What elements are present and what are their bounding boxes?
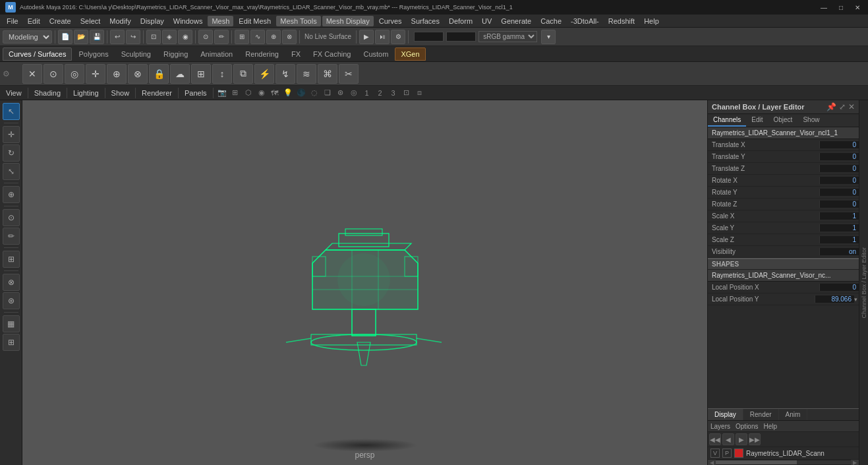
shelf-icon-14[interactable]: ≋	[297, 64, 316, 84]
shelf-settings-icon[interactable]: ⚙	[3, 69, 10, 78]
attr-rotate-x-value[interactable]: 0	[819, 177, 859, 184]
attr-scale-y-value[interactable]: 1	[819, 224, 859, 232]
shelf-icon-16[interactable]: ✂	[339, 64, 359, 84]
shelf-tab-custom[interactable]: Custom	[358, 47, 395, 61]
xray-icon[interactable]: ❏	[322, 87, 333, 99]
coord-x-input[interactable]: 0.00	[414, 32, 444, 42]
snap-surface-button[interactable]: ⊗	[282, 30, 297, 44]
layer-ctrl-btn-2[interactable]: ◀	[722, 433, 734, 445]
view-menu-lighting[interactable]: Lighting	[70, 88, 102, 98]
view-menu-shading[interactable]: Shading	[31, 88, 64, 98]
shelf-icon-12[interactable]: ⚡	[254, 64, 274, 84]
layer-header-layers[interactable]: Layers	[710, 423, 730, 430]
res-med-icon[interactable]: 2	[374, 87, 386, 99]
render-settings-button[interactable]: ⚙	[391, 30, 405, 44]
menu-redshift[interactable]: Redshift	[604, 16, 639, 26]
lasso-tool-button[interactable]: ⊙	[198, 30, 213, 44]
shadow-icon[interactable]: 🌑	[295, 87, 307, 99]
menu-file[interactable]: File	[3, 16, 22, 26]
move-tool-button[interactable]: ✛	[3, 126, 20, 143]
layer-scroll-track[interactable]	[716, 460, 851, 464]
res-low-icon[interactable]: 1	[361, 87, 373, 99]
menu-deform[interactable]: Deform	[445, 16, 477, 26]
render-button[interactable]: ▶	[359, 30, 374, 44]
attr-translate-z-value[interactable]: 0	[819, 165, 859, 172]
layer-playback-toggle[interactable]: P	[722, 449, 732, 458]
render-region-button[interactable]: ▦	[3, 315, 20, 332]
shelf-icon-15[interactable]: ⌘	[318, 64, 337, 84]
select-by-object-button[interactable]: ◈	[162, 30, 177, 44]
snap-point-button[interactable]: ⊕	[266, 30, 281, 44]
menu-generate[interactable]: Generate	[497, 16, 535, 26]
select-tool-button[interactable]: ↖	[3, 103, 20, 120]
attr-scale-z-value[interactable]: 1	[819, 236, 859, 243]
undo-button[interactable]: ↩	[110, 30, 125, 44]
attr-editor-label[interactable]: Channel Box / Layer Editor	[861, 247, 867, 319]
paint-sel-button[interactable]: ✏	[214, 30, 229, 44]
shelf-tab-polygons[interactable]: Polygons	[72, 47, 114, 61]
hud-icon[interactable]: ⊡	[401, 87, 413, 99]
shelf-icon-3[interactable]: ◎	[65, 64, 84, 84]
cb-tab-object[interactable]: Object	[768, 114, 798, 127]
menu-mesh-display[interactable]: Mesh Display	[322, 16, 374, 26]
view-menu-renderer[interactable]: Renderer	[138, 88, 175, 98]
attr-dropdown-icon[interactable]: ▾	[854, 296, 859, 303]
shelf-tab-fx-caching[interactable]: FX Caching	[307, 47, 357, 61]
cb-tab-channels[interactable]: Channels	[708, 114, 746, 127]
view-menu-view[interactable]: View	[3, 88, 25, 98]
grid-icon[interactable]: ⊞	[229, 87, 241, 99]
attr-local-pos-x-value[interactable]: 0	[819, 284, 859, 291]
attr-rotate-y-value[interactable]: 0	[819, 189, 859, 196]
snap-grid-button[interactable]: ⊞	[235, 30, 249, 44]
menu-curves[interactable]: Curves	[375, 16, 406, 26]
view-menu-show[interactable]: Show	[108, 88, 133, 98]
layer-ctrl-btn-3[interactable]: ▶	[736, 433, 747, 445]
maximize-button[interactable]: □	[836, 4, 846, 11]
universal-manip-button[interactable]: ⊕	[3, 186, 20, 203]
menu-help[interactable]: Help	[640, 16, 663, 26]
viewport[interactable]: persp	[22, 100, 707, 465]
attr-translate-y-value[interactable]: 0	[819, 153, 859, 160]
redo-button[interactable]: ↪	[126, 30, 140, 44]
layer-visibility-toggle[interactable]: V	[710, 449, 720, 458]
menu-display[interactable]: Display	[136, 16, 168, 26]
minimize-button[interactable]: —	[818, 4, 830, 11]
res-high-icon[interactable]: 3	[388, 87, 399, 99]
shelf-icon-6[interactable]: ⊗	[128, 64, 148, 84]
select-by-component-button[interactable]: ◉	[178, 30, 192, 44]
layer-color-swatch[interactable]	[734, 449, 743, 458]
layer-scroll-thumb[interactable]	[716, 460, 797, 464]
smooth-icon[interactable]: ◉	[256, 87, 268, 99]
quad-button[interactable]: ⊞	[3, 334, 20, 351]
ipr-button[interactable]: ⏯	[375, 30, 390, 44]
shelf-icon-11[interactable]: ⧉	[233, 64, 253, 84]
dra-tab-anim[interactable]: Anim	[779, 409, 808, 420]
shelf-icon-8[interactable]: ☁	[170, 64, 190, 84]
dra-tab-render[interactable]: Render	[743, 409, 779, 420]
layer-header-options[interactable]: Options	[736, 423, 758, 430]
layer-ctrl-btn-4[interactable]: ▶▶	[749, 433, 761, 445]
shelf-tab-fx[interactable]: FX	[285, 47, 306, 61]
cb-expand-button[interactable]: ⤢	[839, 102, 846, 111]
shelf-tab-xgen[interactable]: XGen	[395, 47, 425, 61]
sculpt-button[interactable]: ✏	[3, 228, 20, 245]
shelf-tab-rendering[interactable]: Rendering	[239, 47, 285, 61]
shelf-tab-sculpting[interactable]: Sculpting	[115, 47, 157, 61]
show-manip-button[interactable]: ⊞	[3, 251, 20, 268]
snap-curve-button[interactable]: ∿	[250, 30, 265, 44]
gamma-dropdown-btn[interactable]: ▾	[541, 30, 556, 44]
view-menu-panels[interactable]: Panels	[181, 88, 210, 98]
rotate-tool-button[interactable]: ↻	[3, 144, 20, 162]
joints-icon[interactable]: ⊛	[335, 87, 347, 99]
shelf-tab-curves-surfaces[interactable]: Curves / Surfaces	[3, 47, 72, 61]
attribute-editor-strip[interactable]: Channel Box / Layer Editor	[859, 100, 868, 465]
dra-tab-display[interactable]: Display	[708, 409, 743, 420]
shelf-icon-5[interactable]: ⊕	[107, 64, 127, 84]
layer-scroll-left[interactable]: ◀	[708, 460, 716, 465]
save-file-button[interactable]: 💾	[90, 30, 104, 44]
texture-icon[interactable]: 🗺	[269, 87, 281, 99]
isolate-icon[interactable]: ◎	[348, 87, 360, 99]
menu-windows[interactable]: Windows	[169, 16, 207, 26]
layer-scrollbar[interactable]: ◀ ▶	[708, 460, 859, 465]
snap-to-point-button[interactable]: ⊛	[3, 292, 20, 309]
